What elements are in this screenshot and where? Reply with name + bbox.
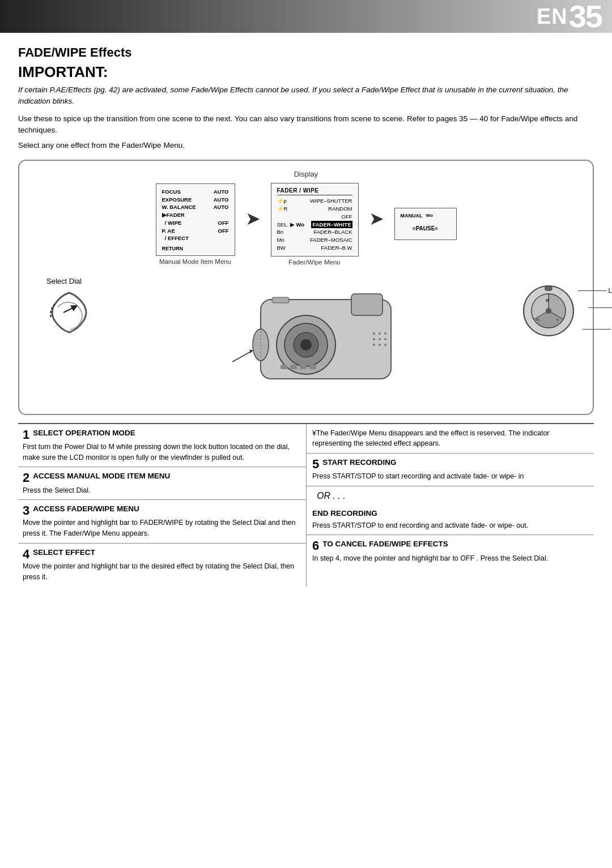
step-5-body: Press START/STOP to start recording and … xyxy=(312,471,588,482)
diagram-box: Display FOCUSAUTO EXPOSUREAUTO W. BALANC… xyxy=(18,160,594,414)
page-title: FADE/WIPE Effects xyxy=(18,45,594,60)
svg-point-7 xyxy=(373,332,375,335)
svg-point-29 xyxy=(546,308,551,314)
page-number: 35 xyxy=(569,1,602,32)
body-text-2: Select any one effect from the Fader/Wip… xyxy=(18,140,594,152)
fader-wipe-screen: FADER / WIPE ⚡pWIPE–SHUTTER ⚡RRANDOM OFF… xyxy=(271,183,359,256)
step-2-body: Press the Select Dial. xyxy=(23,485,300,496)
fader-wipe-screen-label: Fader/Wipe Menu xyxy=(288,259,340,266)
svg-point-11 xyxy=(379,338,381,340)
svg-rect-18 xyxy=(300,365,307,369)
step-note: ¥The Fader/Wipe Menu disappears and the … xyxy=(307,424,594,454)
svg-rect-19 xyxy=(309,365,316,369)
step-note-body: ¥The Fader/Wipe Menu disappears and the … xyxy=(312,428,588,450)
step-2-title: ACCESS MANUAL MODE ITEM MENU xyxy=(33,471,170,481)
manual-mode-screen-label: Manual Mode Item Menu xyxy=(159,258,231,265)
camera-illustration xyxy=(215,277,431,401)
select-dial-label: Select Dial xyxy=(46,277,92,285)
svg-point-8 xyxy=(379,332,381,335)
step-5-number: 5 xyxy=(312,457,319,471)
steps-right-col: ¥The Fader/Wipe Menu disappears and the … xyxy=(306,424,594,587)
svg-point-13 xyxy=(373,344,375,346)
step-4-title: SELECT EFFECT xyxy=(33,548,95,558)
svg-text:M: M xyxy=(546,298,549,302)
svg-point-15 xyxy=(384,344,386,346)
header-bar: EN 35 xyxy=(0,0,612,33)
step-1-title: SELECT OPERATION MODE xyxy=(33,428,135,438)
end-recording: END RECORDING Press START/STOP to end re… xyxy=(307,504,594,535)
fader-wipe-screen-title: FADER / WIPE xyxy=(277,187,352,195)
svg-rect-16 xyxy=(280,365,287,369)
step-1-body: First turn the Power Dial to M while pre… xyxy=(23,442,300,463)
end-recording-body: Press START/STOP to end recording and ac… xyxy=(312,520,588,531)
svg-rect-6 xyxy=(272,297,289,303)
step-4-body: Move the pointer and highlight bar to th… xyxy=(23,561,300,583)
end-recording-title: END RECORDING xyxy=(312,508,588,519)
main-content: FADE/WIPE Effects IMPORTANT: If certain … xyxy=(0,33,612,600)
step-5: 5 START RECORDING Press START/STOP to st… xyxy=(307,454,594,486)
svg-point-12 xyxy=(384,338,386,340)
important-text: If certain P.AE/Effects (pg. 42) are act… xyxy=(18,84,594,108)
step-1-number: 1 xyxy=(23,428,29,442)
body-text-1: Use these to spice up the transition fro… xyxy=(18,113,594,137)
step-2-number: 2 xyxy=(23,471,29,485)
lock-power-dial-icon: M S PL xyxy=(520,283,577,339)
manual-mode-screen: FOCUSAUTO EXPOSUREAUTO W. BALANCEAUTO ▶F… xyxy=(156,183,235,256)
svg-rect-17 xyxy=(290,365,297,369)
step-1: 1 SELECT OPERATION MODE First turn the P… xyxy=(18,424,306,468)
svg-marker-23 xyxy=(249,349,253,353)
select-dial-icon xyxy=(46,290,92,335)
or-text: OR . . . xyxy=(317,491,588,501)
steps-left-col: 1 SELECT OPERATION MODE First turn the P… xyxy=(18,424,306,587)
svg-point-14 xyxy=(379,344,381,346)
step-4-number: 4 xyxy=(23,548,29,561)
display-label: Display xyxy=(29,170,583,178)
step-6: 6 TO CANCEL FADE/WIPE EFFECTS In step 4,… xyxy=(307,535,594,567)
step-3: 3 ACCESS FADER/WIPE MENU Move the pointe… xyxy=(18,500,306,544)
step-3-body: Move the pointer and highlight bar to FA… xyxy=(23,518,300,539)
step-2: 2 ACCESS MANUAL MODE ITEM MENU Press the… xyxy=(18,467,306,500)
step-6-title: TO CANCEL FADE/WIPE EFFECTS xyxy=(322,539,448,549)
steps-section: 1 SELECT OPERATION MODE First turn the P… xyxy=(18,423,594,587)
svg-point-10 xyxy=(373,338,375,340)
important-heading: IMPORTANT: xyxy=(18,63,594,81)
svg-point-9 xyxy=(384,332,386,335)
svg-line-22 xyxy=(232,350,253,362)
svg-text:PL: PL xyxy=(536,318,541,322)
svg-rect-30 xyxy=(545,286,552,290)
camera-area: Select Dial xyxy=(29,271,583,407)
svg-rect-5 xyxy=(351,294,382,315)
step-3-title: ACCESS FADER/WIPE MENU xyxy=(33,504,139,514)
en-label: EN xyxy=(537,5,568,29)
arrow-icon-2: ➤ xyxy=(369,208,384,229)
arrow-icon-1: ➤ xyxy=(245,208,261,229)
svg-text:S: S xyxy=(556,318,559,322)
step-6-number: 6 xyxy=(312,539,319,553)
step-5-title: START RECORDING xyxy=(322,457,396,468)
manual-screen: MANUALWo ≡PAUSE≡ xyxy=(394,208,457,240)
step-3-number: 3 xyxy=(23,504,29,518)
or-divider: OR . . . xyxy=(307,486,594,504)
screens-row: FOCUSAUTO EXPOSUREAUTO W. BALANCEAUTO ▶F… xyxy=(29,183,583,265)
step-6-body: In step 4, move the pointer and highligh… xyxy=(312,553,588,564)
svg-point-4 xyxy=(300,339,312,350)
step-4: 4 SELECT EFFECT Move the pointer and hig… xyxy=(18,544,306,587)
